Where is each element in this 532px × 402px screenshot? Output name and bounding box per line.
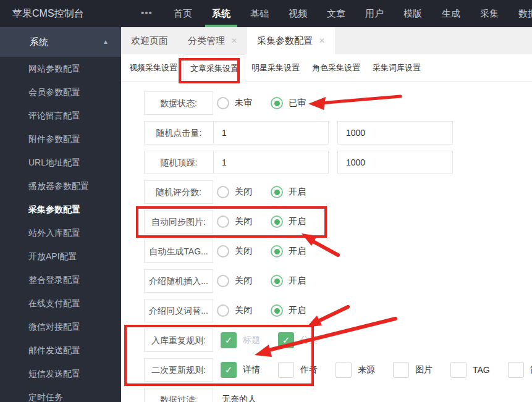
checkbox-unchecked-icon[interactable]	[393, 362, 409, 378]
radio-dot	[274, 219, 280, 225]
nav-item-4[interactable]: 文章	[326, 0, 346, 27]
checkbox-checked-icon[interactable]: ✓	[221, 332, 237, 348]
radio-unchecked-icon[interactable]	[217, 186, 229, 198]
menu-ellipsis-icon[interactable]: •••	[141, 0, 153, 26]
checkbox-option[interactable]: 图片	[393, 362, 433, 378]
sidebar-item-14[interactable]: 定时任务	[0, 385, 121, 402]
checkbox-label: TAG	[473, 365, 490, 375]
checkbox-unchecked-icon[interactable]	[278, 362, 294, 378]
sidebar-item-7[interactable]: 站外入库配置	[0, 221, 121, 245]
nav-item-3[interactable]: 视频	[288, 0, 308, 27]
checkbox-unchecked-icon[interactable]	[508, 362, 524, 378]
radio-checked-icon[interactable]	[271, 245, 283, 258]
sidebar-item-13[interactable]: 短信发送配置	[0, 362, 121, 385]
checkbox-option[interactable]: TAG	[450, 362, 490, 378]
checkbox-option[interactable]: ✓标题	[221, 332, 260, 348]
options: 关闭开启	[217, 275, 324, 287]
radio-dot	[221, 190, 226, 195]
radio-unchecked-icon[interactable]	[217, 216, 229, 228]
subtab-3[interactable]: 角色采集设置	[306, 54, 366, 81]
subtab-1[interactable]: 文章采集设置	[184, 54, 245, 82]
tab-strip: 欢迎页面分类管理✕采集参数配置✕	[121, 27, 532, 54]
nav-item-7[interactable]: 生成	[441, 0, 461, 27]
tab-1[interactable]: 分类管理✕	[178, 27, 247, 54]
radio-option[interactable]: 关闭	[217, 216, 252, 228]
sidebar-group-header[interactable]: 系统 ▲	[0, 27, 121, 57]
radio-option[interactable]: 关闭	[217, 275, 252, 287]
checkbox-unchecked-icon[interactable]	[336, 362, 352, 378]
radio-option[interactable]: 关闭	[217, 304, 252, 317]
checkbox-option[interactable]: 来源	[336, 362, 375, 378]
top-navigation: 首页系统基础视频文章用户模版生成采集数据	[173, 0, 532, 27]
sidebar-item-8[interactable]: 开放API配置	[0, 245, 121, 268]
radio-option[interactable]: 开启	[271, 216, 306, 228]
radio-unchecked-icon[interactable]	[217, 275, 229, 287]
sidebar-item-3[interactable]: 附件参数配置	[0, 127, 121, 151]
checkbox-checked-icon[interactable]: ✓	[221, 362, 237, 378]
sidebar-item-0[interactable]: 网站参数配置	[0, 57, 121, 80]
row-label: 二次更新规则:	[144, 358, 213, 382]
nav-item-5[interactable]: 用户	[365, 0, 384, 27]
form-row: 随机顶踩:	[144, 151, 532, 174]
checkbox-option[interactable]: 作者	[278, 362, 318, 378]
tab-0[interactable]: 欢迎页面	[121, 27, 178, 54]
sidebar-item-10[interactable]: 在线支付配置	[0, 291, 121, 315]
radio-checked-icon[interactable]	[271, 275, 283, 287]
form-row: 随机点击量:	[144, 121, 532, 144]
text-input[interactable]	[337, 151, 453, 174]
checkbox-unchecked-icon[interactable]	[450, 362, 467, 378]
subtab-4[interactable]: 采集词库设置	[366, 54, 427, 81]
tab-2[interactable]: 采集参数配置✕	[247, 27, 335, 54]
radio-unchecked-icon[interactable]	[217, 97, 229, 109]
radio-option[interactable]: 关闭	[217, 245, 252, 258]
radio-dot	[221, 308, 226, 314]
main-content: 视频采集设置文章采集设置明星采集设置角色采集设置采集词库设置 数据状态:未审已审…	[121, 54, 532, 402]
subtab-0[interactable]: 视频采集设置	[123, 54, 184, 81]
radio-option[interactable]: 开启	[271, 304, 306, 317]
sidebar-item-9[interactable]: 整合登录配置	[0, 268, 121, 291]
collapse-arrow-icon[interactable]: ▲	[103, 27, 109, 57]
subtab-2[interactable]: 明星采集设置	[245, 54, 306, 81]
sidebar-item-11[interactable]: 微信对接配置	[0, 315, 121, 338]
nav-item-1[interactable]: 系统	[211, 0, 231, 27]
sidebar-item-6[interactable]: 采集参数配置	[0, 198, 121, 221]
radio-unchecked-icon[interactable]	[217, 304, 229, 317]
radio-option[interactable]: 开启	[271, 186, 306, 198]
row-label: 随机点击量:	[145, 122, 214, 144]
checkbox-option[interactable]: ✓详情	[221, 362, 260, 378]
checkbox-option[interactable]: ✓分类	[278, 332, 318, 348]
close-icon[interactable]: ✕	[231, 36, 237, 45]
text-input[interactable]	[337, 121, 453, 144]
text-input[interactable]	[214, 152, 328, 173]
radio-option[interactable]: 开启	[271, 275, 306, 287]
radio-option[interactable]: 已审	[271, 97, 306, 109]
nav-item-8[interactable]: 采集	[479, 0, 499, 27]
sidebar-item-5[interactable]: 播放器参数配置	[0, 174, 121, 198]
sidebar-item-4[interactable]: URL地址配置	[0, 151, 121, 174]
radio-checked-icon[interactable]	[271, 97, 283, 109]
sidebar-item-2[interactable]: 评论留言配置	[0, 104, 121, 127]
radio-label: 关闭	[235, 216, 252, 227]
radio-option[interactable]: 开启	[271, 245, 306, 258]
sidebar-item-1[interactable]: 会员参数配置	[0, 80, 121, 104]
checkbox-checked-icon[interactable]: ✓	[278, 332, 294, 348]
row-label: 随机评分数:	[144, 180, 213, 204]
nav-item-0[interactable]: 首页	[173, 0, 193, 27]
checkbox-option[interactable]: 简介	[508, 362, 532, 378]
nav-item-9[interactable]: 数据	[518, 0, 532, 27]
radio-checked-icon[interactable]	[271, 216, 283, 228]
radio-checked-icon[interactable]	[271, 186, 283, 198]
sidebar-item-12[interactable]: 邮件发送配置	[0, 338, 121, 362]
text-input[interactable]	[214, 122, 328, 143]
row-label: 介绍随机插入...	[144, 269, 213, 293]
radio-option[interactable]: 关闭	[217, 186, 252, 198]
nav-item-6[interactable]: 模版	[403, 0, 423, 27]
form-row: 自动同步图片:关闭开启	[144, 210, 532, 233]
radio-option[interactable]: 未审	[217, 97, 252, 109]
nav-item-2[interactable]: 基础	[250, 0, 269, 27]
radio-label: 开启	[289, 216, 306, 227]
radio-checked-icon[interactable]	[271, 304, 283, 317]
options: ✓详情作者来源图片TAG简介	[217, 362, 532, 378]
radio-unchecked-icon[interactable]	[217, 245, 229, 258]
close-icon[interactable]: ✕	[319, 36, 325, 45]
